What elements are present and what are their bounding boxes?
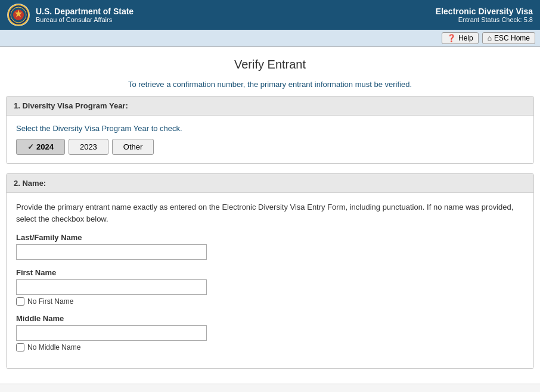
first-name-label: First Name: [16, 268, 524, 277]
program-info: Electronic Diversity Visa Entrant Status…: [436, 7, 533, 23]
esc-home-label: ESC Home: [494, 34, 530, 42]
checkmark-icon: ✓: [27, 142, 34, 151]
section-year-header: 1. Diversity Visa Program Year:: [7, 97, 533, 116]
help-button[interactable]: ❓ Help: [442, 32, 479, 44]
page-header: U.S. Department of State Bureau of Consu…: [0, 0, 540, 30]
program-subtitle: Entrant Status Check: 5.8: [436, 16, 533, 23]
year-2023-button[interactable]: 2023: [69, 139, 108, 155]
last-name-label: Last/Family Name: [16, 233, 524, 242]
name-instruction: Provide the primary entrant name exactly…: [16, 201, 524, 225]
no-middle-name-row: No Middle Name: [16, 343, 524, 351]
section-name-body: Provide the primary entrant name exactly…: [7, 193, 533, 368]
bureau-name: Bureau of Consular Affairs: [36, 16, 134, 23]
no-middle-name-checkbox[interactable]: [16, 343, 24, 351]
section-name-header: 2. Name:: [7, 174, 533, 193]
help-label: Help: [458, 34, 473, 42]
middle-name-input[interactable]: [16, 325, 207, 341]
first-name-group: First Name No First Name: [16, 268, 524, 306]
no-first-name-row: No First Name: [16, 297, 524, 306]
info-message-text: To retrieve a confirmation number, the p…: [128, 80, 412, 89]
home-icon: ⌂: [488, 34, 492, 42]
year-other-button[interactable]: Other: [112, 139, 154, 155]
year-2023-label: 2023: [80, 142, 97, 151]
esc-home-button[interactable]: ⌂ ESC Home: [482, 32, 535, 44]
section-year-body: Select the Diversity Visa Program Year t…: [7, 116, 533, 163]
year-instruction: Select the Diversity Visa Program Year t…: [16, 124, 524, 133]
help-icon: ❓: [447, 34, 456, 42]
program-title: Electronic Diversity Visa: [436, 7, 533, 16]
year-2024-button[interactable]: ✓ 2024: [16, 139, 65, 155]
middle-name-group: Middle Name No Middle Name: [16, 314, 524, 351]
last-name-input[interactable]: [16, 244, 207, 260]
first-name-input[interactable]: [16, 279, 207, 295]
no-middle-name-label: No Middle Name: [27, 343, 80, 351]
header-left: U.S. Department of State Bureau of Consu…: [7, 4, 134, 26]
year-other-label: Other: [123, 142, 143, 151]
last-name-group: Last/Family Name: [16, 233, 524, 260]
department-name: U.S. Department of State: [36, 7, 134, 16]
year-2024-label: 2024: [36, 142, 54, 151]
no-first-name-checkbox[interactable]: [16, 297, 24, 306]
middle-name-label: Middle Name: [16, 314, 524, 323]
navigation-bar: ❓ Help ⌂ ESC Home: [0, 30, 540, 47]
section-name: 2. Name: Provide the primary entrant nam…: [6, 173, 534, 369]
agency-seal: [7, 4, 30, 26]
page-title: Verify Entrant: [0, 47, 540, 77]
info-message: To retrieve a confirmation number, the p…: [0, 77, 540, 96]
no-first-name-label: No First Name: [27, 297, 73, 306]
agency-info: U.S. Department of State Bureau of Consu…: [36, 7, 134, 23]
year-buttons-group: ✓ 2024 2023 Other: [16, 139, 524, 155]
section-year: 1. Diversity Visa Program Year: Select t…: [6, 96, 534, 164]
